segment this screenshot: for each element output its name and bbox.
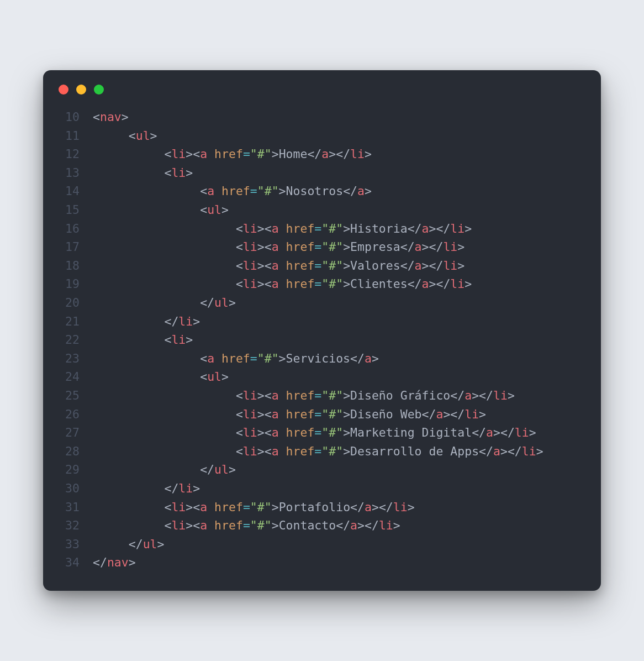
tag-a: a xyxy=(365,352,372,365)
angle-bracket: > xyxy=(443,407,450,421)
angle-bracket: > xyxy=(229,296,236,309)
line-number: 33 xyxy=(54,535,93,554)
tag-a: a xyxy=(415,259,422,272)
angle-bracket: </ xyxy=(400,240,415,254)
line-number: 30 xyxy=(54,479,93,498)
code-line: 25 <li><a href="#">Diseño Gráfico</a></l… xyxy=(54,386,590,405)
angle-bracket: </ xyxy=(436,277,450,291)
attr-value: "#" xyxy=(257,352,279,365)
angle-bracket: < xyxy=(265,222,272,235)
angle-bracket: > xyxy=(429,222,436,235)
angle-bracket: </ xyxy=(350,352,365,365)
angle-bracket: </ xyxy=(508,444,522,458)
tag-li: li xyxy=(243,259,257,272)
window-zoom-icon[interactable] xyxy=(94,85,104,95)
code-content: <li><a href="#">Portafolio</a></li> xyxy=(93,498,415,517)
code-line: 15 <ul> xyxy=(54,201,590,219)
angle-bracket: </ xyxy=(479,389,493,402)
angle-bracket: > xyxy=(393,518,400,532)
angle-bracket: </ xyxy=(408,277,422,291)
window-minimize-icon[interactable] xyxy=(76,85,86,95)
tag-a: a xyxy=(200,147,207,161)
angle-bracket: > xyxy=(365,147,372,161)
line-number: 25 xyxy=(54,386,93,405)
code-line: 19 <li><a href="#">Clientes</a></li> xyxy=(54,275,590,293)
tag-a: a xyxy=(207,184,214,198)
angle-bracket: > xyxy=(193,314,200,328)
code-line: 16 <li><a href="#">Historia</a></li> xyxy=(54,219,590,238)
line-number: 21 xyxy=(54,312,93,331)
attr-href: href xyxy=(286,389,315,402)
code-line: 20 </ul> xyxy=(54,293,590,312)
angle-bracket: > xyxy=(343,426,350,439)
tag-ul: ul xyxy=(143,537,157,551)
angle-bracket: > xyxy=(257,407,265,421)
code-line: 26 <li><a href="#">Diseño Web</a></li> xyxy=(54,405,590,424)
code-content: </ul> xyxy=(93,293,236,312)
tag-ul: ul xyxy=(136,129,150,143)
angle-bracket: > xyxy=(508,389,515,402)
tag-ul: ul xyxy=(214,463,229,476)
line-number: 22 xyxy=(54,330,93,349)
tag-li: li xyxy=(464,407,479,421)
tag-li: li xyxy=(171,333,186,347)
angle-bracket: > xyxy=(272,500,279,514)
code-line: 29 </ul> xyxy=(54,460,590,479)
code-line: 30 </li> xyxy=(54,479,590,498)
angle-bracket: > xyxy=(343,222,350,235)
code-line: 17 <li><a href="#">Empresa</a></li> xyxy=(54,238,590,256)
line-number: 16 xyxy=(54,219,93,238)
line-number: 13 xyxy=(54,164,93,182)
code-content: </ul> xyxy=(93,460,236,479)
angle-bracket: < xyxy=(164,333,171,347)
equals-operator: = xyxy=(250,352,257,365)
tag-li: li xyxy=(350,147,365,161)
equals-operator: = xyxy=(314,277,321,291)
tag-a: a xyxy=(272,444,279,458)
angle-bracket: </ xyxy=(450,389,464,402)
tag-li: li xyxy=(171,147,186,161)
code-content: <li><a href="#">Contacto</a></li> xyxy=(93,516,400,535)
angle-bracket: > xyxy=(472,389,479,402)
link-text: Nosotros xyxy=(286,184,344,198)
angle-bracket: </ xyxy=(436,222,450,235)
tag-li: li xyxy=(393,500,408,514)
angle-bracket: < xyxy=(265,240,272,254)
attr-value: "#" xyxy=(321,407,343,421)
angle-bracket: < xyxy=(265,259,272,272)
code-content: <li><a href="#">Clientes</a></li> xyxy=(93,275,472,293)
angle-bracket: </ xyxy=(429,259,443,272)
window-close-icon[interactable] xyxy=(59,85,68,95)
angle-bracket: > xyxy=(272,147,279,161)
angle-bracket: </ xyxy=(365,518,379,532)
code-content: <li><a href="#">Historia</a></li> xyxy=(93,219,472,238)
angle-bracket: < xyxy=(236,444,243,458)
attr-href: href xyxy=(214,500,243,514)
tag-li: li xyxy=(493,389,508,402)
code-line: 27 <li><a href="#">Marketing Digital</a>… xyxy=(54,423,590,442)
angle-bracket: < xyxy=(129,129,136,143)
code-content: <li><a href="#">Empresa</a></li> xyxy=(93,238,464,256)
link-text: Contacto xyxy=(279,518,336,532)
code-content: </li> xyxy=(93,479,200,498)
tag-nav: nav xyxy=(107,555,129,569)
code-line: 12 <li><a href="#">Home</a></li> xyxy=(54,145,590,164)
tag-li: li xyxy=(243,407,257,421)
code-line: 14 <a href="#">Nosotros</a> xyxy=(54,182,590,201)
angle-bracket: < xyxy=(236,277,243,291)
link-text: Desarrollo de Apps xyxy=(350,444,479,458)
tag-li: li xyxy=(243,222,257,235)
code-line: 21 </li> xyxy=(54,312,590,331)
code-line: 28 <li><a href="#">Desarrollo de Apps</a… xyxy=(54,442,590,461)
attr-href: href xyxy=(286,444,315,458)
angle-bracket: > xyxy=(193,481,200,495)
tag-ul: ul xyxy=(214,296,229,309)
code-content: <li><a href="#">Diseño Gráfico</a></li> xyxy=(93,386,515,405)
attr-value: "#" xyxy=(250,518,272,532)
angle-bracket: > xyxy=(272,518,279,532)
tag-a: a xyxy=(464,389,472,402)
equals-operator: = xyxy=(314,407,321,421)
attr-href: href xyxy=(286,240,315,254)
code-content: <ul> xyxy=(93,201,229,219)
angle-bracket: > xyxy=(529,426,536,439)
